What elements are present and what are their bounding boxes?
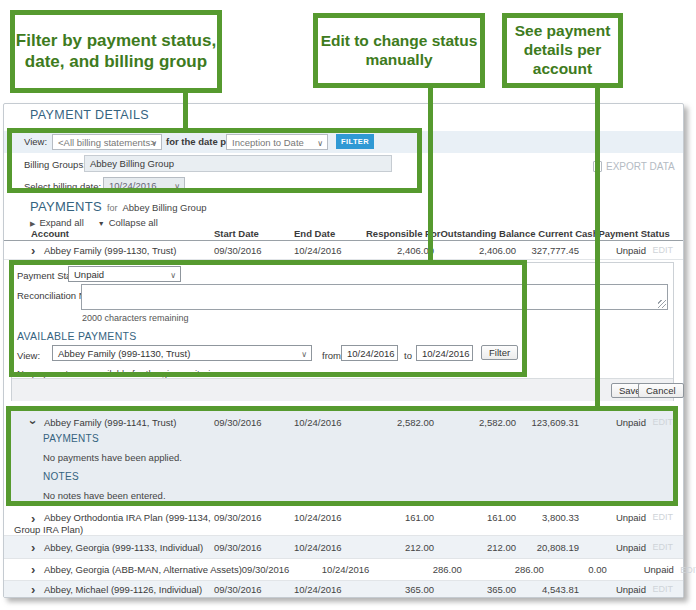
billing-date-value: 10/24/2016 <box>109 180 157 191</box>
chevron-right-icon[interactable] <box>31 541 44 554</box>
chevron-right-icon[interactable] <box>31 244 44 257</box>
cash-cell: 327,777.45 <box>516 245 579 256</box>
edit-link[interactable]: EDIT <box>646 542 673 552</box>
payments-heading: PAYMENTS for Abbey Billing Group <box>30 199 206 214</box>
table-row[interactable]: Abbey, Georgia (ABB-MAN, Alternative Ass… <box>4 559 683 581</box>
callout-edit: Edit to change status manually <box>313 13 485 88</box>
outstanding-cell: 2,582.00 <box>434 417 516 428</box>
date-period-value: Inception to Date <box>232 137 304 148</box>
payments-group-name: Abbey Billing Group <box>123 202 207 213</box>
edit-link[interactable]: EDIT <box>646 584 673 594</box>
cash-cell: 3,800.33 <box>516 512 579 523</box>
available-view-label: View: <box>17 350 40 361</box>
callout-connector-filter <box>183 92 188 131</box>
outstanding-cell: 2,406.00 <box>434 245 516 256</box>
chevron-right-icon[interactable] <box>31 563 44 576</box>
export-data-link[interactable]: EXPORT DATA <box>593 161 675 172</box>
end-date-cell: 10/24/2016 <box>322 564 394 575</box>
edit-link[interactable]: EDIT <box>646 245 673 255</box>
expanded-payments-heading: PAYMENTS <box>43 433 99 444</box>
col-start-date[interactable]: Start Date <box>214 228 294 239</box>
cash-cell: 0.00 <box>544 564 607 575</box>
outstanding-cell: 365.00 <box>434 584 516 595</box>
payments-for-word: for <box>107 203 118 213</box>
end-date-cell: 10/24/2016 <box>294 417 366 428</box>
status-cell: Unpaid <box>579 417 646 428</box>
chevron-down-icon <box>170 269 176 280</box>
status-cell: Unpaid <box>607 564 674 575</box>
account-cell: Abbey, Michael (999-1126, Individual) <box>44 584 214 595</box>
chevron-down-icon <box>301 348 307 359</box>
available-filter-button[interactable]: Filter <box>481 345 518 360</box>
edit-link[interactable]: EDIT <box>646 512 673 522</box>
outstanding-cell: 161.00 <box>434 512 516 523</box>
table-row-expanded[interactable]: Abbey Family (999-1141, Trust) 09/30/201… <box>4 413 683 431</box>
account-cell: Abbey Family (999-1141, Trust) <box>44 417 214 428</box>
screenshot-root: Filter by payment status, date, and bill… <box>0 0 696 610</box>
responsible-cell: 2,406.00 <box>366 245 434 256</box>
end-date-cell: 10/24/2016 <box>294 542 366 553</box>
cash-cell: 4,543.81 <box>516 584 579 595</box>
export-data-label: EXPORT DATA <box>606 161 675 172</box>
edit-panel-footer <box>12 378 673 401</box>
billing-groups-input[interactable]: Abbey Billing Group <box>84 155 392 172</box>
date-period-select[interactable]: Inception to Date <box>226 134 328 150</box>
from-date-input[interactable]: 10/24/2016 <box>341 345 398 361</box>
expanded-notes-message: No notes have been entered. <box>43 490 166 501</box>
col-account[interactable]: Account <box>31 228 214 239</box>
edit-link[interactable]: EDIT <box>646 417 673 427</box>
page-title: PAYMENT DETAILS <box>30 108 149 122</box>
expanded-payments-message: No payments have been applied. <box>43 452 182 463</box>
available-account-select[interactable]: Abbey Family (999-1130, Trust) <box>52 345 312 361</box>
billing-statements-select[interactable]: <All billing statements> <box>52 134 162 150</box>
start-date-cell: 09/30/2016 <box>242 564 322 575</box>
chevron-right-icon[interactable] <box>31 583 44 596</box>
view-label: View: <box>24 136 47 147</box>
table-row[interactable]: Abbey Family (999-1130, Trust) 09/30/201… <box>4 241 683 260</box>
cash-cell: 123,609.31 <box>516 417 579 428</box>
resize-grip-icon[interactable] <box>658 300 666 308</box>
chevron-down-icon[interactable] <box>31 416 44 429</box>
end-date-cell: 10/24/2016 <box>294 512 366 523</box>
table-row[interactable]: Abbey, Georgia (999-1133, Individual) 09… <box>4 536 683 559</box>
billing-date-select[interactable]: 10/24/2016 <box>103 177 185 193</box>
from-label: from <box>322 350 341 361</box>
callout-connector-edit <box>428 87 433 263</box>
outstanding-cell: 212.00 <box>434 542 516 553</box>
characters-remaining: 2000 characters remaining <box>82 313 189 323</box>
col-payment-status[interactable]: Payment Status <box>598 228 669 239</box>
col-current-cash[interactable]: Current Cash <box>535 228 598 239</box>
to-date-input[interactable]: 10/24/2016 <box>416 345 473 361</box>
billing-statements-value: <All billing statements> <box>58 137 156 148</box>
account-cell: Abbey, Georgia (999-1133, Individual) <box>44 542 214 553</box>
available-payments-heading: AVAILABLE PAYMENTS <box>17 330 137 342</box>
account-cell: Abbey, Georgia (ABB-MAN, Alternative Ass… <box>44 564 242 575</box>
outstanding-cell: 286.00 <box>462 564 544 575</box>
table-row[interactable]: Abbey Orthodontia IRA Plan (999-1134, Gr… <box>4 508 683 536</box>
available-account-value: Abbey Family (999-1130, Trust) <box>58 348 190 359</box>
callout-connector-details <box>595 87 600 409</box>
cancel-button[interactable]: Cancel <box>638 383 684 398</box>
account-cell: Abbey Family (999-1130, Trust) <box>44 245 214 256</box>
col-end-date[interactable]: End Date <box>294 228 366 239</box>
payments-title: PAYMENTS <box>30 199 102 214</box>
payment-status-select[interactable]: Unpaid <box>68 266 181 282</box>
filter-button[interactable]: FILTER <box>336 134 374 149</box>
callout-details: See payment details per account <box>502 13 623 88</box>
expanded-notes-heading: NOTES <box>43 471 79 482</box>
reconciliation-note-textarea[interactable] <box>81 284 668 310</box>
status-cell: Unpaid <box>579 542 646 553</box>
chevron-down-icon <box>151 137 157 148</box>
start-date-cell: 09/30/2016 <box>214 542 294 553</box>
to-label: to <box>404 350 412 361</box>
edit-link[interactable]: EDIT <box>674 565 696 575</box>
table-row[interactable]: Abbey, Michael (999-1126, Individual) 09… <box>4 581 683 597</box>
status-cell: Unpaid <box>579 245 646 256</box>
billing-date-label: Select billing date: <box>24 181 101 192</box>
cash-cell: 20,808.19 <box>516 542 579 553</box>
status-cell: Unpaid <box>579 512 646 523</box>
table-header-row: Account Start Date End Date Responsible … <box>4 226 683 241</box>
col-outstanding-balance[interactable]: Outstanding Balance <box>440 228 535 239</box>
responsible-cell: 286.00 <box>394 564 462 575</box>
chevron-down-icon <box>317 137 323 148</box>
